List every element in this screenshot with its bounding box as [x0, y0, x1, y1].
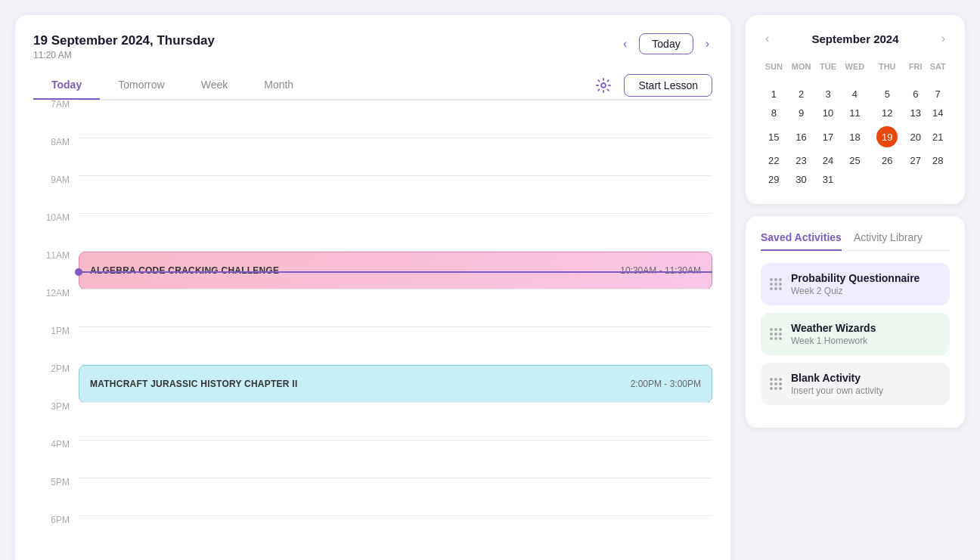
time-label-6pm: 6PM — [33, 515, 79, 524]
time-label-11am: 11AM — [33, 251, 79, 260]
mini-calendar: ‹ September 2024 › SUN MON TUE WED THU F… — [746, 15, 965, 204]
prev-arrow-button[interactable]: ‹ — [620, 34, 630, 54]
calendar-day[interactable]: 28 — [926, 151, 950, 170]
calendar-day[interactable]: 10 — [816, 104, 841, 122]
calendar-day[interactable]: 6 — [905, 85, 926, 104]
calendar-day[interactable]: 1 — [761, 85, 787, 104]
calendar-day[interactable]: 25 — [840, 151, 869, 170]
current-time-indicator-line — [79, 271, 712, 273]
calendar-day[interactable]: 20 — [905, 122, 926, 151]
activity-item-blank[interactable]: Blank Activity Insert your own activity — [761, 363, 950, 405]
activity-info-blank: Blank Activity Insert your own activity — [791, 372, 941, 396]
time-line-9am — [79, 175, 712, 176]
activity-sub-probability: Week 2 Quiz — [791, 286, 941, 296]
time-line-7am — [79, 100, 712, 101]
time-slot-1pm: 1PM — [33, 326, 712, 364]
cal-day-tue: TUE — [816, 59, 841, 77]
time-slot-11am: 11AM ALGEBRA CODE CRACKING CHALLENGE 10:… — [33, 251, 712, 289]
activity-item-weather[interactable]: Weather Wizards Week 1 Homework — [761, 313, 950, 355]
algebra-event-title: ALGEBRA CODE CRACKING CHALLENGE — [90, 265, 279, 276]
calendar-day[interactable]: 17 — [816, 122, 841, 151]
time-label-2pm: 2PM — [33, 364, 79, 373]
drag-handle-probability — [770, 278, 782, 290]
calendar-day[interactable]: 22 — [761, 151, 787, 170]
tab-week[interactable]: Week — [183, 73, 247, 100]
calendar-day[interactable]: 26 — [869, 151, 905, 170]
time-line-6pm — [79, 515, 712, 516]
calendar-day[interactable]: 14 — [926, 104, 950, 122]
time-slot-4pm: 4PM — [33, 440, 712, 478]
activities-card: Saved Activities Activity Library Probab… — [746, 216, 965, 428]
activity-name-weather: Weather Wizards — [791, 322, 941, 334]
calendar-day[interactable]: 11 — [840, 104, 869, 122]
time-slot-3pm: 3PM — [33, 402, 712, 440]
time-label-12pm: 12AM — [33, 289, 79, 298]
calendar-day[interactable]: 30 — [787, 170, 816, 189]
calendar-day — [840, 170, 869, 189]
mini-calendar-header: ‹ September 2024 › — [761, 30, 950, 47]
calendar-day[interactable]: 12 — [869, 104, 905, 122]
event-algebra[interactable]: ALGEBRA CODE CRACKING CHALLENGE 10:30AM … — [79, 252, 712, 289]
calendar-day[interactable]: 8 — [761, 104, 787, 122]
tab-saved-activities[interactable]: Saved Activities — [761, 231, 842, 251]
calendar-day — [926, 77, 950, 85]
activities-tabs: Saved Activities Activity Library — [761, 231, 950, 251]
activity-name-probability: Probability Questionnaire — [791, 272, 941, 284]
calendar-day[interactable]: 23 — [787, 151, 816, 170]
drag-handle-weather — [770, 328, 782, 340]
activity-item-probability[interactable]: Probability Questionnaire Week 2 Quiz — [761, 263, 950, 305]
cal-day-mon: MON — [787, 59, 816, 77]
mathcraft-event-title: MATHCRAFT JURASSIC HISTORY CHAPTER II — [90, 379, 297, 389]
time-label-8am: 8AM — [33, 138, 79, 147]
time-slot-9am: 9AM — [33, 175, 712, 213]
calendar-day[interactable]: 13 — [905, 104, 926, 122]
settings-button[interactable] — [589, 74, 618, 97]
calendar-day[interactable]: 4 — [840, 85, 869, 104]
calendar-day[interactable]: 3 — [816, 85, 841, 104]
tab-month[interactable]: Month — [246, 73, 312, 100]
schedule-grid: 7AM 8AM 9AM 10AM 11AM ALGEBRA CODE CRACK… — [33, 100, 712, 553]
calendar-day[interactable]: 24 — [816, 151, 841, 170]
drag-handle-blank — [770, 378, 782, 390]
calendar-day[interactable]: 18 — [840, 122, 869, 151]
time-slot-6pm: 6PM — [33, 515, 712, 553]
cal-next-button[interactable]: › — [937, 30, 950, 47]
mathcraft-event-time: 2:00PM - 3:00PM — [631, 379, 701, 389]
tab-today[interactable]: Today — [33, 73, 100, 100]
calendar-day[interactable]: 5 — [869, 85, 905, 104]
time-line-2pm: MATHCRAFT JURASSIC HISTORY CHAPTER II 2:… — [79, 364, 712, 365]
time-label-3pm: 3PM — [33, 402, 79, 411]
start-lesson-button[interactable]: Start Lesson — [624, 74, 712, 97]
time-slot-7am: 7AM — [33, 100, 712, 138]
calendar-day — [761, 77, 787, 85]
time-label-9am: 9AM — [33, 175, 79, 184]
time-label-4pm: 4PM — [33, 440, 79, 449]
calendar-day[interactable]: 7 — [926, 85, 950, 104]
event-mathcraft[interactable]: MATHCRAFT JURASSIC HISTORY CHAPTER II 2:… — [79, 365, 712, 403]
calendar-day[interactable]: 9 — [787, 104, 816, 122]
cal-prev-button[interactable]: ‹ — [761, 30, 774, 47]
time-line-10am — [79, 213, 712, 214]
calendar-day[interactable]: 31 — [816, 170, 841, 189]
tab-tomorrow[interactable]: Tomorrow — [100, 73, 182, 100]
time-line-4pm — [79, 440, 712, 441]
app-container: 19 September 2024, Thursday 11:20 AM ‹ T… — [15, 15, 965, 560]
next-arrow-button[interactable]: › — [702, 34, 712, 54]
calendar-day[interactable]: 27 — [905, 151, 926, 170]
calendar-day[interactable]: 15 — [761, 122, 787, 151]
activity-sub-weather: Week 1 Homework — [791, 336, 941, 346]
calendar-day[interactable]: 21 — [926, 122, 950, 151]
today-nav-button[interactable]: Today — [639, 33, 693, 54]
time-slot-5pm: 5PM — [33, 478, 712, 515]
cal-day-thu: THU — [869, 59, 905, 77]
calendar-day[interactable]: 29 — [761, 170, 787, 189]
calendar-day[interactable]: 16 — [787, 122, 816, 151]
calendar-header-row: 19 September 2024, Thursday 11:20 AM ‹ T… — [33, 33, 712, 60]
tab-activity-library[interactable]: Activity Library — [854, 231, 923, 251]
activity-sub-blank: Insert your own activity — [791, 385, 941, 396]
calendar-day — [905, 170, 926, 189]
calendar-day[interactable]: 2 — [787, 85, 816, 104]
calendar-day[interactable]: 19 — [869, 122, 905, 151]
calendar-day — [869, 170, 905, 189]
current-time: 11:20 AM — [33, 50, 215, 60]
